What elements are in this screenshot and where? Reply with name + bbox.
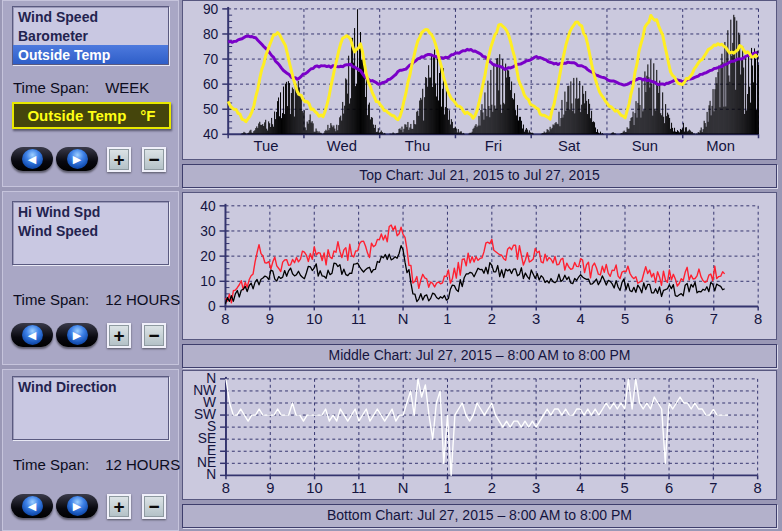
middle-chart-controls: Hi Wind Spd Wind Speed Time Span:12 HOUR… bbox=[2, 191, 179, 365]
svg-text:2: 2 bbox=[488, 480, 496, 496]
time-span-row: Time Span:12 HOURS bbox=[13, 456, 180, 473]
top-chart-caption: Top Chart: Jul 21, 2015 to Jul 27, 2015 bbox=[182, 164, 777, 188]
middle-chart-plot: 010203040891011N12345678 bbox=[183, 193, 776, 339]
svg-text:Sat: Sat bbox=[558, 138, 580, 154]
svg-text:2: 2 bbox=[488, 311, 496, 327]
svg-text:Wed: Wed bbox=[327, 138, 357, 154]
svg-text:3: 3 bbox=[532, 311, 540, 327]
list-item[interactable]: Wind Direction bbox=[13, 377, 168, 396]
top-chart-plot: 405060708090TueWedThuFriSatSunMon bbox=[183, 1, 776, 159]
scroll-right-button[interactable]: ▶ bbox=[56, 323, 98, 347]
zoom-out-button[interactable]: − bbox=[142, 494, 166, 519]
svg-text:50: 50 bbox=[203, 101, 219, 117]
svg-text:5: 5 bbox=[621, 480, 629, 496]
top-chart-panel: 405060708090TueWedThuFriSatSunMon bbox=[182, 0, 777, 160]
svg-text:20: 20 bbox=[200, 248, 216, 264]
scroll-left-button[interactable]: ◀ bbox=[11, 323, 53, 347]
svg-text:8: 8 bbox=[754, 311, 762, 327]
time-span-row: Time Span:WEEK bbox=[13, 79, 149, 96]
zoom-in-button[interactable]: + bbox=[107, 494, 131, 519]
scroll-left-button[interactable]: ◀ bbox=[11, 494, 53, 518]
svg-text:90: 90 bbox=[203, 1, 219, 17]
svg-text:9: 9 bbox=[266, 311, 274, 327]
time-span-value: 12 HOURS bbox=[105, 291, 180, 308]
bottom-chart-nav-buttons: ◀ ▶ + − bbox=[11, 494, 174, 522]
middle-chart-caption: Middle Chart: Jul 27, 2015 – 8:00 AM to … bbox=[182, 344, 777, 368]
right-arrow-icon: ▶ bbox=[67, 149, 88, 169]
svg-text:60: 60 bbox=[203, 76, 219, 92]
legend-label: Outside Temp bbox=[27, 107, 126, 124]
top-chart-controls: Wind Speed Barometer Outside Temp Time S… bbox=[2, 0, 179, 187]
svg-text:Fri: Fri bbox=[485, 138, 502, 154]
bottom-chart-panel: NNWWSWSSEENEN891011N12345678 bbox=[182, 370, 777, 500]
svg-text:8: 8 bbox=[221, 311, 229, 327]
middle-chart-panel: 010203040891011N12345678 bbox=[182, 192, 777, 340]
legend-unit: °F bbox=[140, 107, 155, 124]
zoom-out-button[interactable]: − bbox=[142, 323, 166, 348]
left-arrow-icon: ◀ bbox=[22, 325, 43, 345]
bottom-chart-controls: Wind Direction Time Span:12 HOURS ◀ ▶ + … bbox=[2, 369, 179, 531]
svg-text:6: 6 bbox=[665, 480, 673, 496]
svg-text:8: 8 bbox=[222, 480, 230, 496]
svg-text:Sun: Sun bbox=[632, 138, 658, 154]
right-arrow-icon: ▶ bbox=[67, 496, 88, 516]
list-item[interactable]: Barometer bbox=[13, 26, 168, 45]
svg-text:4: 4 bbox=[576, 311, 584, 327]
top-chart-nav-buttons: ◀ ▶ + − bbox=[11, 147, 174, 175]
middle-chart-nav-buttons: ◀ ▶ + − bbox=[11, 323, 174, 351]
svg-text:1: 1 bbox=[443, 311, 451, 327]
svg-text:80: 80 bbox=[203, 26, 219, 42]
svg-text:7: 7 bbox=[710, 311, 718, 327]
svg-text:11: 11 bbox=[351, 311, 366, 327]
zoom-out-button[interactable]: − bbox=[142, 147, 166, 172]
bottom-chart-series-list[interactable]: Wind Direction bbox=[12, 376, 169, 440]
svg-text:N: N bbox=[206, 467, 216, 482]
list-item-selected[interactable]: Outside Temp bbox=[13, 45, 168, 64]
scroll-left-button[interactable]: ◀ bbox=[11, 147, 53, 171]
list-item[interactable]: Wind Speed bbox=[13, 221, 168, 240]
svg-text:8: 8 bbox=[754, 480, 762, 496]
bottom-chart-caption: Bottom Chart: Jul 27, 2015 – 8:00 AM to … bbox=[182, 504, 777, 528]
svg-text:N: N bbox=[398, 480, 409, 496]
svg-text:9: 9 bbox=[266, 480, 274, 496]
time-span-value: 12 HOURS bbox=[105, 456, 180, 473]
weather-chart-window: Wind Speed Barometer Outside Temp Time S… bbox=[0, 0, 782, 531]
svg-text:4: 4 bbox=[576, 480, 584, 496]
svg-text:10: 10 bbox=[306, 480, 322, 496]
left-arrow-icon: ◀ bbox=[22, 496, 43, 516]
svg-text:Thu: Thu bbox=[405, 138, 430, 154]
time-span-value: WEEK bbox=[105, 79, 149, 96]
svg-text:7: 7 bbox=[709, 480, 717, 496]
svg-text:6: 6 bbox=[665, 311, 673, 327]
svg-text:1: 1 bbox=[443, 480, 451, 496]
zoom-in-button[interactable]: + bbox=[107, 147, 131, 172]
svg-text:30: 30 bbox=[200, 223, 216, 239]
time-span-label: Time Span: bbox=[13, 456, 89, 473]
time-span-label: Time Span: bbox=[13, 79, 89, 96]
time-span-label: Time Span: bbox=[13, 291, 89, 308]
svg-text:40: 40 bbox=[203, 126, 219, 142]
scroll-right-button[interactable]: ▶ bbox=[56, 147, 98, 171]
zoom-in-button[interactable]: + bbox=[107, 323, 131, 348]
scroll-right-button[interactable]: ▶ bbox=[56, 494, 98, 518]
svg-text:Mon: Mon bbox=[706, 138, 735, 154]
list-item[interactable]: Hi Wind Spd bbox=[13, 202, 168, 221]
svg-text:10: 10 bbox=[200, 273, 216, 289]
svg-text:Tue: Tue bbox=[254, 138, 279, 154]
svg-text:3: 3 bbox=[532, 480, 540, 496]
left-arrow-icon: ◀ bbox=[22, 149, 43, 169]
right-arrow-icon: ▶ bbox=[67, 325, 88, 345]
svg-text:40: 40 bbox=[200, 198, 216, 214]
bottom-chart-plot: NNWWSWSSEENEN891011N12345678 bbox=[183, 371, 776, 499]
list-item[interactable]: Wind Speed bbox=[13, 7, 168, 26]
time-span-row: Time Span:12 HOURS bbox=[13, 291, 180, 308]
svg-text:11: 11 bbox=[351, 480, 366, 496]
svg-text:N: N bbox=[398, 311, 409, 327]
top-chart-series-list[interactable]: Wind Speed Barometer Outside Temp bbox=[12, 6, 169, 65]
svg-text:0: 0 bbox=[208, 298, 216, 314]
svg-text:10: 10 bbox=[306, 311, 322, 327]
middle-chart-series-list[interactable]: Hi Wind Spd Wind Speed bbox=[12, 201, 169, 265]
svg-text:70: 70 bbox=[203, 51, 219, 67]
svg-text:5: 5 bbox=[621, 311, 629, 327]
active-series-legend: Outside Temp°F bbox=[12, 102, 171, 129]
